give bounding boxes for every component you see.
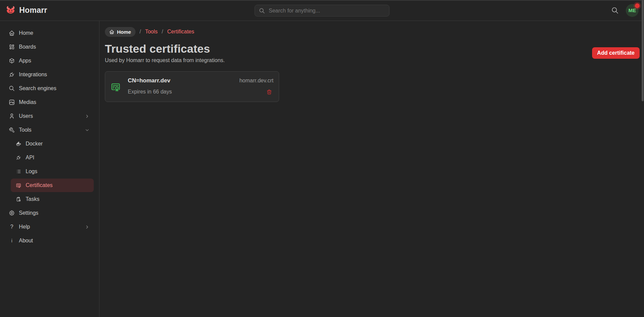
breadcrumb-home-label: Home	[117, 29, 131, 35]
app-logo[interactable]: Homarr	[5, 6, 47, 15]
homarr-crab-icon	[5, 6, 16, 15]
sidebar-item-tasks[interactable]: Tasks	[11, 192, 94, 206]
sidebar-item-label: Settings	[19, 210, 38, 216]
home-icon	[9, 30, 15, 36]
home-icon	[109, 29, 114, 34]
certificate-icon	[111, 82, 121, 92]
chevron-right-icon	[85, 114, 90, 119]
sidebar-item-label: Tasks	[26, 196, 39, 202]
sidebar-item-label: Search engines	[19, 85, 56, 91]
breadcrumb-home[interactable]: Home	[105, 27, 136, 37]
plug-icon	[9, 72, 15, 78]
chevron-down-icon	[85, 128, 90, 133]
sidebar-item-boards[interactable]: Boards	[5, 40, 94, 54]
page-subtitle: Used by Homarr to request data from inte…	[105, 57, 225, 63]
sidebar: Home Boards Apps	[0, 21, 99, 317]
list-icon	[16, 169, 21, 174]
docker-icon	[16, 141, 21, 147]
main-content: Home / Tools / Certificates Trusted cert…	[99, 21, 644, 317]
page-title: Trusted certificates	[105, 43, 225, 55]
vertical-scrollbar[interactable]	[642, 0, 644, 101]
sidebar-item-label: API	[26, 155, 34, 161]
sidebar-item-label: Medias	[19, 99, 36, 105]
sidebar-item-label: Users	[19, 113, 33, 119]
app-title: Homarr	[19, 6, 47, 15]
dashboard-icon	[9, 44, 15, 50]
sidebar-item-label: Logs	[26, 168, 37, 175]
certificate-icon	[16, 183, 21, 188]
clipboard-clock-icon	[16, 196, 21, 202]
photo-icon	[9, 99, 15, 105]
breadcrumb: Home / Tools / Certificates	[105, 27, 640, 37]
sidebar-item-label: Docker	[26, 141, 43, 147]
sidebar-item-label: Certificates	[26, 182, 53, 188]
app-header: Homarr ME	[0, 0, 644, 21]
sidebar-item-api[interactable]: API	[11, 151, 94, 164]
breadcrumb-link-certificates[interactable]: Certificates	[167, 29, 194, 35]
question-mark-icon: ?	[9, 224, 15, 230]
breadcrumb-separator: /	[140, 29, 141, 35]
sidebar-item-search-engines[interactable]: Search engines	[5, 82, 94, 95]
sidebar-item-label: Home	[19, 30, 33, 36]
sidebar-item-medias[interactable]: Medias	[5, 96, 94, 109]
plug-icon	[16, 155, 21, 160]
box-icon	[9, 58, 15, 64]
global-search[interactable]	[255, 5, 389, 17]
certificate-common-name: CN=homarr.dev	[128, 77, 170, 84]
sidebar-item-label: Integrations	[19, 72, 47, 78]
sidebar-item-settings[interactable]: Settings	[5, 206, 94, 220]
breadcrumb-link-tools[interactable]: Tools	[145, 29, 157, 35]
sidebar-item-label: Help	[19, 224, 30, 230]
user-icon	[9, 113, 15, 119]
sidebar-item-about[interactable]: i About	[5, 234, 94, 247]
search-input[interactable]	[269, 8, 385, 14]
sidebar-item-apps[interactable]: Apps	[5, 54, 94, 68]
trash-icon	[266, 89, 272, 95]
sidebar-item-tools[interactable]: Tools	[5, 123, 94, 137]
search-icon	[611, 7, 619, 14]
sidebar-item-users[interactable]: Users	[5, 109, 94, 123]
sidebar-item-docker[interactable]: Docker	[11, 137, 94, 151]
tool-icon	[9, 127, 15, 133]
sidebar-item-label: Tools	[19, 127, 31, 133]
certificate-file-name: homarr.dev.crt	[239, 78, 273, 84]
delete-certificate-button[interactable]	[265, 88, 273, 96]
certificate-card: CN=homarr.dev homarr.dev.crt Expires in …	[105, 71, 279, 102]
search-icon	[9, 85, 15, 91]
add-certificate-button[interactable]: Add certificate	[592, 47, 640, 59]
sidebar-item-certificates[interactable]: Certificates	[11, 179, 94, 192]
sidebar-item-label: Boards	[19, 44, 36, 50]
sidebar-item-integrations[interactable]: Integrations	[5, 68, 94, 81]
gear-icon	[9, 210, 15, 216]
user-menu[interactable]: ME	[626, 4, 639, 17]
sidebar-item-home[interactable]: Home	[5, 26, 94, 40]
sidebar-item-label: Apps	[19, 58, 31, 64]
info-icon: i	[9, 238, 15, 243]
spotlight-search-button[interactable]	[611, 7, 619, 14]
notification-dot	[635, 3, 640, 8]
chevron-right-icon	[85, 224, 90, 230]
certificate-expiry: Expires in 66 days	[128, 89, 172, 95]
breadcrumb-separator: /	[162, 29, 163, 35]
sidebar-item-help[interactable]: ? Help	[5, 220, 94, 234]
sidebar-item-logs[interactable]: Logs	[11, 165, 94, 178]
sidebar-item-label: About	[19, 238, 33, 244]
search-icon	[259, 8, 265, 14]
